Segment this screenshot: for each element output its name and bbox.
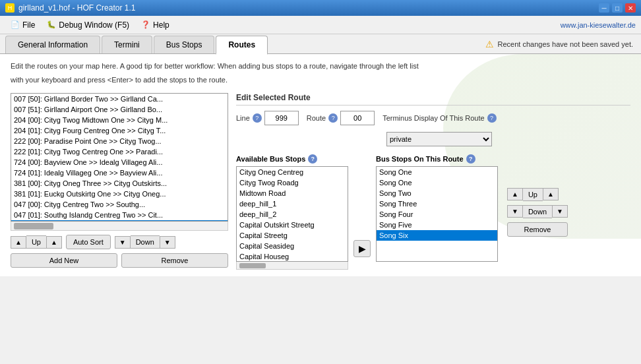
tab-bar: General Information Termini Bus Stops Ro… bbox=[0, 34, 477, 53]
menu-debug[interactable]: 🐛 Debug Window (F5) bbox=[42, 18, 135, 32]
available-stops-label: Available Bus Stops bbox=[236, 155, 305, 163]
route-stops-controls: ▲ Up ▲ ▼ Down ▼ Remove bbox=[507, 188, 568, 237]
stops-area: Available Bus Stops ? Cityg Oneg Centreg… bbox=[236, 154, 630, 270]
route-stop-item[interactable]: Song Four bbox=[377, 209, 497, 220]
list-item[interactable]: 047 [00]: Cityg Centreg Two >> Southg... bbox=[11, 199, 228, 210]
route-label: Route bbox=[307, 114, 326, 122]
list-up-left-btn[interactable]: ▲ bbox=[11, 236, 26, 249]
available-stop-item[interactable]: deep_hill_2 bbox=[237, 209, 348, 220]
scrollbar-thumb-available bbox=[239, 263, 266, 268]
available-stops-panel: Available Bus Stops ? Cityg Oneg Centreg… bbox=[236, 154, 348, 270]
info-line2: with your keyboard and press <Enter> to … bbox=[11, 75, 630, 86]
route-stop-item[interactable]: Song One bbox=[377, 167, 497, 177]
title-bar: H girlland_v1.hof - HOF Creator 1.1 ─ □ … bbox=[0, 0, 641, 16]
route-stop-item[interactable]: Song Two bbox=[377, 188, 497, 198]
available-stop-item[interactable]: Cityg Oneg Centreg bbox=[237, 167, 348, 177]
tab-routes[interactable]: Routes bbox=[216, 36, 268, 55]
route-stop-item[interactable]: Song One bbox=[377, 177, 497, 188]
menu-bar: 📄 File 🐛 Debug Window (F5) ❓ Help www.ja… bbox=[0, 16, 641, 34]
list-hscrollbar[interactable] bbox=[11, 222, 228, 231]
tab-bus-stops[interactable]: Bus Stops bbox=[154, 36, 215, 53]
terminus-help-button[interactable]: ? bbox=[487, 113, 497, 123]
available-stops-list[interactable]: Cityg Oneg Centreg Cityg Twog Roadg Midt… bbox=[236, 166, 348, 262]
route-help-button[interactable]: ? bbox=[328, 113, 338, 123]
line-route-row: Line ? Route ? Terminus Display Of This … bbox=[236, 111, 630, 125]
available-stops-help-button[interactable]: ? bbox=[308, 154, 317, 164]
debug-icon: 🐛 bbox=[47, 20, 56, 30]
list-down-label: Down bbox=[131, 235, 160, 249]
available-stop-item[interactable]: Capital Houseg bbox=[237, 251, 348, 262]
terminus-select[interactable]: private public bbox=[386, 132, 492, 146]
available-stop-item[interactable]: Midtown Road bbox=[237, 188, 348, 198]
list-item[interactable]: 222 [00]: Paradise Point One >> Cityg Tw… bbox=[11, 136, 228, 146]
list-item[interactable]: 381 [00]: Cityg Oneg Three >> Cityg Outs… bbox=[11, 178, 228, 189]
add-to-route-button[interactable]: ▶ bbox=[353, 240, 371, 257]
available-stops-hscrollbar[interactable] bbox=[236, 262, 348, 270]
list-down-right-btn[interactable]: ▼ bbox=[160, 236, 175, 249]
available-stop-item[interactable]: Capital Outskirt Streetg bbox=[237, 220, 348, 230]
scrollbar-thumb bbox=[14, 223, 53, 229]
main-content: Edit the routes on your map here. A good… bbox=[0, 54, 641, 276]
close-button[interactable]: ✕ bbox=[625, 3, 636, 13]
remove-stop-button[interactable]: Remove bbox=[507, 222, 568, 237]
route-up-left-btn[interactable]: ▲ bbox=[507, 188, 523, 200]
maximize-button[interactable]: □ bbox=[612, 3, 623, 13]
info-line1: Edit the routes on your map here. A good… bbox=[11, 61, 630, 72]
warning-text: Recent changes have not been saved yet. bbox=[498, 40, 633, 48]
route-stop-item[interactable]: Song Five bbox=[377, 220, 497, 230]
terminus-row: private public bbox=[236, 132, 630, 146]
list-item[interactable]: 204 [00]: Cityg Twog Midtown One >> City… bbox=[11, 115, 228, 125]
available-stop-item[interactable]: Capital Streetg bbox=[237, 230, 348, 241]
route-up-right-btn[interactable]: ▲ bbox=[543, 188, 559, 200]
list-item[interactable]: 222 [01]: Cityg Twog Centreg One >> Para… bbox=[11, 146, 228, 157]
list-item[interactable]: 007 [50]: Girlland Border Two >> Girllan… bbox=[11, 94, 228, 104]
route-up-label: Up bbox=[523, 188, 543, 201]
list-controls-row2: Add New Remove bbox=[11, 253, 228, 268]
remove-route-button[interactable]: Remove bbox=[121, 253, 228, 268]
minimize-button[interactable]: ─ bbox=[599, 3, 609, 13]
line-label: Line bbox=[236, 114, 250, 122]
menu-help[interactable]: ❓ Help bbox=[136, 18, 175, 32]
route-stops-help-button[interactable]: ? bbox=[466, 154, 475, 164]
app-icon: H bbox=[5, 3, 15, 13]
menu-file[interactable]: 📄 File bbox=[5, 18, 40, 32]
route-input[interactable] bbox=[340, 111, 375, 125]
add-new-button[interactable]: Add New bbox=[11, 253, 117, 268]
route-down-right-btn[interactable]: ▼ bbox=[552, 205, 568, 218]
terminus-label: Terminus Display Of This Route bbox=[382, 114, 484, 122]
list-item[interactable]: 047 [01]: Southg Islandg Centreg Two >> … bbox=[11, 210, 228, 220]
list-up-right-btn[interactable]: ▲ bbox=[46, 236, 62, 249]
line-input[interactable] bbox=[264, 111, 299, 125]
list-item[interactable]: 724 [01]: Idealg Villageg One >> Bayview… bbox=[11, 167, 228, 178]
route-stop-item-selected[interactable]: Song Six bbox=[377, 230, 497, 241]
edit-section-title: Edit Selected Route bbox=[236, 93, 630, 106]
available-stop-item[interactable]: deep_hill_1 bbox=[237, 198, 348, 209]
route-stops-panel: Bus Stops On This Route ? Song One Song … bbox=[376, 154, 498, 262]
tab-termini[interactable]: Termini bbox=[102, 36, 152, 53]
website-link[interactable]: www.jan-kiesewalter.de bbox=[561, 21, 636, 29]
available-stop-item[interactable]: Cityg Twog Roadg bbox=[237, 177, 348, 188]
route-down-label: Down bbox=[523, 205, 552, 218]
tab-general-information[interactable]: General Information bbox=[5, 36, 100, 53]
route-stops-label: Bus Stops On This Route bbox=[376, 155, 464, 163]
list-controls-row1: ▲ Up ▲ Auto Sort ▼ Down ▼ bbox=[11, 235, 228, 249]
route-stops-list[interactable]: Song One Song One Song Two Song Three So… bbox=[376, 166, 498, 262]
list-item[interactable]: 724 [00]: Bayview One >> Idealg Villageg… bbox=[11, 157, 228, 167]
list-item[interactable]: 204 [01]: Cityg Fourg Centreg One >> Cit… bbox=[11, 125, 228, 136]
window-title: girlland_v1.hof - HOF Creator 1.1 bbox=[18, 3, 135, 13]
route-list[interactable]: 007 [50]: Girlland Border Two >> Girllan… bbox=[11, 93, 228, 222]
available-stop-item[interactable]: Capital Seasideg bbox=[237, 241, 348, 251]
list-item[interactable]: 381 [01]: Euckg Outskirtg One >> Cityg O… bbox=[11, 189, 228, 199]
list-item[interactable]: 007 [51]: Girlland Airport One >> Girlla… bbox=[11, 104, 228, 115]
list-up-label: Up bbox=[26, 235, 46, 249]
file-icon: 📄 bbox=[11, 20, 20, 30]
line-help-button[interactable]: ? bbox=[253, 113, 262, 123]
warning-bar: ⚠ Recent changes have not been saved yet… bbox=[477, 34, 641, 53]
help-icon: ❓ bbox=[141, 20, 150, 30]
auto-sort-button[interactable]: Auto Sort bbox=[66, 235, 111, 249]
window-controls: ─ □ ✕ bbox=[599, 3, 636, 13]
list-down-left-btn[interactable]: ▼ bbox=[115, 236, 131, 249]
route-down-left-btn[interactable]: ▼ bbox=[507, 205, 523, 218]
warning-icon: ⚠ bbox=[485, 39, 494, 49]
route-stop-item[interactable]: Song Three bbox=[377, 198, 497, 209]
